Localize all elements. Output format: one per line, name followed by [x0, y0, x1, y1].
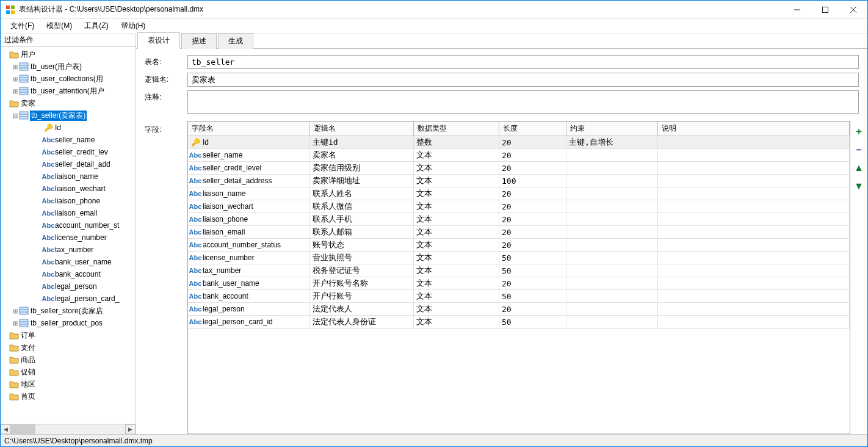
grid-row[interactable]: Abcseller_credit_level卖家信用级别文本20 — [188, 162, 850, 175]
grid-row[interactable]: Abclegal_person法定代表人文本20 — [188, 303, 850, 316]
grid-row[interactable]: Abcbank_user_name开户行账号名称文本20 — [188, 277, 850, 290]
tab-desc[interactable]: 描述 — [181, 33, 217, 49]
tree-item-col-bank-account[interactable]: Abcbank_account — [1, 268, 136, 280]
tree-item-col-seller-name[interactable]: Abcseller_name — [1, 134, 136, 146]
cell-logic: 联系人邮箱 — [310, 226, 414, 238]
grid-row[interactable]: Abcliaison_phone联系人手机文本20 — [188, 213, 850, 226]
abc-icon: Abc — [42, 209, 55, 217]
tree-item-col-seller-detail-address[interactable]: Abcseller_detail_add — [1, 158, 136, 170]
tree-item-folder-promo[interactable]: 促销 — [1, 366, 136, 378]
titlebar: 表结构设计器 - C:\Users\USE\Desktop\personalma… — [1, 1, 867, 19]
maximize-button[interactable] — [811, 1, 839, 18]
grid-row[interactable]: Abclicense_number营业执照号文本50 — [188, 252, 850, 264]
tree-item-folder-users[interactable]: 用户 — [1, 48, 136, 60]
tree-item-folder-goods[interactable]: 商品 — [1, 354, 136, 366]
tree-item-col-liaison-email[interactable]: Abcliaison_email — [1, 207, 136, 219]
tree-item-folder-sellers[interactable]: 卖家 — [1, 97, 136, 109]
menu-help[interactable]: 帮助(H) — [115, 19, 152, 33]
grid-row[interactable]: Abctax_number税务登记证号文本50 — [188, 264, 850, 277]
tree-item-col-account-number-status[interactable]: Abcaccount_number_st — [1, 219, 136, 231]
col-constraint[interactable]: 约束 — [566, 122, 658, 136]
expander-icon[interactable]: ⊞ — [12, 64, 19, 70]
grid-row[interactable]: Abcliaison_name联系人姓名文本20 — [188, 187, 850, 200]
scroll-left-button[interactable]: ◀ — [1, 424, 11, 434]
tree-item-table-tb-seller-product-pos[interactable]: ⊞tb_seller_product_pos — [1, 317, 136, 329]
col-len[interactable]: 长度 — [499, 122, 566, 136]
cell-len: 20 — [499, 136, 566, 148]
col-desc[interactable]: 说明 — [658, 122, 850, 136]
cell-len: 50 — [499, 264, 566, 277]
grid-row[interactable]: Abcliaison_email联系人邮箱文本20 — [188, 226, 850, 239]
minimize-button[interactable] — [783, 1, 811, 18]
tree-item-folder-home[interactable]: 首页 — [1, 390, 136, 402]
tree-item-table-tb-user-collections[interactable]: ⊞tb_user_collections(用 — [1, 73, 136, 85]
tree-item-folder-pay[interactable]: 支付 — [1, 341, 136, 354]
scroll-right-button[interactable]: ▶ — [125, 424, 136, 434]
scroll-thumb[interactable] — [11, 424, 35, 434]
menu-tool[interactable]: 工具(Z) — [78, 19, 114, 33]
expander-icon[interactable]: ⊞ — [12, 308, 19, 314]
remove-row-button[interactable]: － — [853, 144, 864, 155]
col-type[interactable]: 数据类型 — [414, 122, 499, 136]
tree-item-folder-orders[interactable]: 订单 — [1, 329, 136, 341]
tree-item-table-tb-seller[interactable]: ⊟tb_seller(卖家表) — [1, 109, 136, 122]
tree-label: tb_seller(卖家表) — [30, 111, 87, 121]
cell-logic: 卖家信用级别 — [310, 162, 414, 174]
tree-item-col-liaison-phone[interactable]: Abcliaison_phone — [1, 195, 136, 207]
tree-item-table-tb-seller-store[interactable]: ⊞tb_seller_store(卖家店 — [1, 305, 136, 317]
tree-item-table-tb-user-attention[interactable]: ⊞tb_user_attention(用户 — [1, 85, 136, 97]
tree-label: seller_detail_add — [54, 160, 111, 169]
svg-rect-2 — [6, 10, 10, 14]
menu-model[interactable]: 模型(M) — [40, 19, 78, 33]
tree-item-folder-region[interactable]: 地区 — [1, 378, 136, 390]
tree-icon: Abc — [43, 135, 53, 145]
tree-item-col-legal-person[interactable]: Abclegal_person — [1, 280, 136, 293]
tab-design[interactable]: 表设计 — [137, 32, 180, 49]
close-button[interactable] — [839, 1, 867, 18]
grid-row[interactable]: Abcliaison_wechart联系人微信文本20 — [188, 200, 850, 213]
tree-item-table-tb-user[interactable]: ⊞tb_user(用户表) — [1, 60, 136, 73]
expander-icon[interactable]: ⊞ — [12, 88, 19, 95]
tree[interactable]: 用户⊞tb_user(用户表)⊞tb_user_collections(用⊞tb… — [1, 47, 136, 424]
grid-row[interactable]: Abcbank_account开户行账号文本50 — [188, 290, 850, 303]
grid-row[interactable]: 🔑Id主键id整数20主键,自增长 — [188, 136, 850, 149]
cell-type: 文本 — [414, 213, 499, 225]
add-row-button[interactable]: ＋ — [853, 126, 864, 137]
tree-item-col-seller-credit-level[interactable]: Abcseller_credit_lev — [1, 146, 136, 158]
tree-hscroll[interactable]: ◀ ▶ — [1, 424, 136, 434]
menu-file[interactable]: 文件(F) — [4, 19, 40, 33]
input-comment[interactable] — [187, 90, 859, 114]
fields-grid[interactable]: 字段名 逻辑名 数据类型 长度 约束 说明 🔑Id主键id整数20主键,自增长A… — [187, 121, 850, 434]
tree-label: bank_user_name — [54, 258, 112, 266]
tree-item-col-id[interactable]: 🔑Id — [1, 122, 136, 134]
col-logic[interactable]: 逻辑名 — [310, 122, 414, 136]
abc-icon: Abc — [42, 246, 55, 253]
filter-label[interactable]: 过滤条件 — [1, 34, 136, 47]
input-table-name[interactable] — [187, 55, 859, 69]
grid-row[interactable]: Abclegal_person_card_id法定代表人身份证文本50 — [188, 316, 850, 329]
move-down-button[interactable]: ▼ — [853, 181, 864, 192]
grid-row[interactable]: Abcseller_name卖家名文本20 — [188, 149, 850, 162]
grid-row[interactable]: Abcseller_detail_address卖家详细地址文本100 — [188, 175, 850, 187]
tree-item-col-legal-person-card-id[interactable]: Abclegal_person_card_ — [1, 293, 136, 305]
status-text: C:\Users\USE\Desktop\personalmall.dmx.tm… — [4, 437, 153, 445]
tree-item-col-liaison-name[interactable]: Abcliaison_name — [1, 170, 136, 183]
expander-icon[interactable]: ⊞ — [12, 320, 19, 327]
input-logic-name[interactable] — [187, 73, 859, 87]
grid-row[interactable]: Abcaccount_number_status账号状态文本20 — [188, 239, 850, 252]
tree-item-col-liaison-wechart[interactable]: Abcliaison_wechart — [1, 183, 136, 195]
cell-type: 文本 — [414, 264, 499, 277]
cell-constraint — [566, 175, 658, 187]
cell-type: 文本 — [414, 149, 499, 161]
tab-gen[interactable]: 生成 — [218, 33, 253, 49]
tree-item-col-tax-number[interactable]: Abctax_number — [1, 244, 136, 256]
cell-logic: 税务登记证号 — [310, 264, 414, 277]
expander-icon[interactable]: ⊟ — [12, 112, 19, 119]
tree-item-col-license-number[interactable]: Abclicense_number — [1, 231, 136, 244]
expander-icon[interactable]: ⊞ — [12, 76, 19, 82]
move-up-button[interactable]: ▲ — [853, 162, 864, 173]
tree-item-col-bank-user-name[interactable]: Abcbank_user_name — [1, 256, 136, 268]
cell-logic: 开户行账号 — [310, 290, 414, 302]
col-name[interactable]: 字段名 — [188, 122, 310, 136]
cell-name: seller_name — [203, 151, 242, 159]
